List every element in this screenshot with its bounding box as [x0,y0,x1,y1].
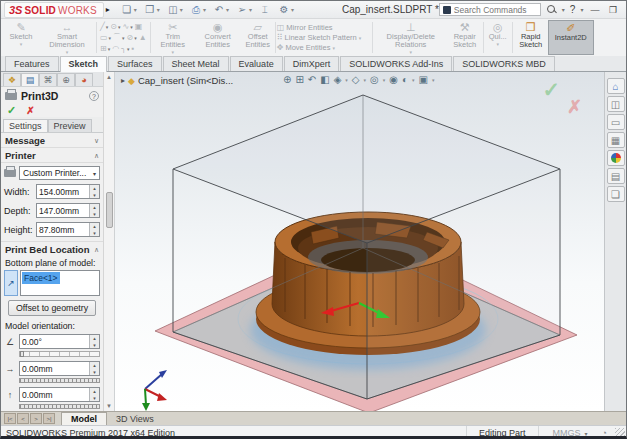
property-manager-tab[interactable]: ▤ [21,73,39,86]
edit-appearance-icon[interactable]: ◉ [389,74,398,85]
options-button[interactable]: ⚙▾ [278,4,294,15]
dropdown-icon[interactable]: ▾ [383,77,386,83]
chevron-up-icon[interactable]: ∧ [94,152,99,160]
open-document-button[interactable]: ❐▾ [144,4,160,15]
confirmation-corner-ok[interactable]: ✓ [542,78,560,102]
dropdown-icon[interactable]: ▾ [432,77,435,83]
select-button[interactable]: ➢▾ [236,4,252,15]
dropdown-icon[interactable]: ▾ [496,41,499,47]
cancel-button[interactable]: ✗ [26,105,34,116]
slot-tool-button[interactable]: ⊞▾ [100,44,110,53]
forum-icon[interactable]: ❏ [607,186,625,202]
tab-surfaces[interactable]: Surfaces [108,56,162,71]
dropdown-icon[interactable]: ▾ [585,430,588,437]
dropdown-icon[interactable]: ▾ [180,6,183,13]
tab-features[interactable]: Features [5,56,59,71]
view-settings-icon[interactable]: ▣ [419,74,428,85]
depth-spinner[interactable]: ▴▾ [89,204,99,217]
dropdown-icon[interactable]: ▾ [171,49,174,55]
preview-tab[interactable]: Preview [48,119,92,132]
tab-dimxpert[interactable]: DimXpert [284,56,340,71]
search-icon[interactable] [546,4,557,15]
graphics-area[interactable]: ▸ ◆ Cap_insert (Sim<Dis... ⊕ ⊞ ↶ ◧ ◈▾ ◇▾… [115,72,604,411]
sketch-entity-button[interactable]: ⌶ [259,4,271,16]
help-dropdown-icon[interactable]: ▾ [580,6,583,13]
3d-views-tab[interactable]: 3D Views [107,413,163,425]
dropdown-icon[interactable]: ▾ [66,49,69,55]
point-tool-button[interactable]: ▪ [132,44,135,53]
quick-snaps-button[interactable]: ◎ Qui... ▾ [485,20,511,55]
zoom-to-area-icon[interactable]: ⊞ [295,74,303,85]
dropdown-icon[interactable]: ▾ [249,6,252,13]
scrollbar-thumb[interactable] [106,192,113,228]
selected-face-item[interactable]: Face<1> [22,272,60,284]
plane-tool-button[interactable]: ▣ [135,22,143,31]
tab-solidworks-mbd[interactable]: SOLIDWORKS MBD [453,56,555,71]
undo-button[interactable]: ↶▾ [213,4,229,15]
dropdown-icon[interactable]: ▾ [203,6,206,13]
dimxpert-manager-tab[interactable]: ⊕ [57,73,75,86]
y-offset-ruler[interactable] [19,404,100,409]
repair-sketch-button[interactable]: ⚒ Repair Sketch [448,20,482,55]
ok-button[interactable]: ✓ [7,104,16,117]
x-offset-field[interactable]: 0.00mm ▴▾ [19,361,100,376]
dropdown-icon[interactable]: ▾ [157,6,160,13]
dropdown-icon[interactable]: ▾ [332,45,335,51]
save-button[interactable]: ◫▾ [167,4,183,15]
offset-entities-button[interactable]: ▱ Offset Entities [242,20,274,55]
first-tab-button[interactable]: |< [4,413,16,424]
printer-select[interactable]: Custom Printer... ▾ [19,166,100,180]
dropdown-icon[interactable]: ▾ [226,6,229,13]
polygon-tool-button[interactable]: ▲ [139,33,147,42]
trim-entities-button[interactable]: ✂ Trim Entities ▾ [152,20,194,55]
dropdown-icon[interactable]: ▾ [134,6,137,13]
model-tab[interactable]: Model [61,412,107,425]
previous-view-icon[interactable]: ↶ [308,74,316,85]
tab-sheet-metal[interactable]: Sheet Metal [163,56,229,71]
new-document-button[interactable]: ❏▾ [121,4,137,15]
section-view-icon[interactable]: ◧ [320,74,329,85]
feature-manager-tab[interactable]: ❖ [3,73,21,86]
connection-status-icon[interactable]: ◔ [594,428,615,438]
panel-scrollbar[interactable]: ▲ ▼ [104,72,115,411]
panel-help-button[interactable]: ? [89,91,99,101]
print-button[interactable]: ⎙▾ [190,4,206,16]
x-offset-spinner[interactable]: ▴▾ [89,362,99,375]
convert-entities-button[interactable]: ◉ Convert Entities [194,20,242,55]
display-delete-relations-button[interactable]: ⊥ Display/Delete Relations ▾ [374,20,448,55]
zoom-to-fit-icon[interactable]: ⊕ [283,74,291,85]
menu-flyout-arrow[interactable]: ▸ [106,5,110,14]
linear-sketch-pattern-button[interactable]: ⠿ Linear Sketch Pattern ▾ [277,33,371,42]
dropdown-icon[interactable]: ▾ [345,77,348,83]
next-tab-button[interactable]: > [30,413,42,424]
dropdown-icon[interactable]: ▾ [291,6,294,13]
search-commands-box[interactable] [439,3,541,16]
tab-solidworks-add-ins[interactable]: SOLIDWORKS Add-Ins [340,56,452,71]
resize-grip[interactable] [615,428,625,438]
chevron-down-icon[interactable]: ∨ [94,137,99,145]
height-field[interactable]: 87.80mm ▴▾ [36,222,100,237]
message-section-header[interactable]: Message ∨ [1,133,103,148]
confirmation-corner-cancel[interactable]: ✗ [567,96,582,118]
file-explorer-icon[interactable]: ▭ [607,114,625,130]
scroll-down-icon[interactable]: ▼ [106,401,112,411]
configuration-manager-tab[interactable]: ⌘ [39,73,57,86]
feature-tree-flyout[interactable]: ▸ ◆ Cap_insert (Sim<Dis... [121,75,233,86]
apply-scene-icon[interactable]: ◐ [402,74,408,85]
spline-tool-button[interactable]: ∿▾ [123,22,133,31]
ellipse-tool-button[interactable]: ⊘▾ [127,33,137,42]
rapid-sketch-button[interactable]: ❒ Rapid Sketch [514,20,548,55]
rectangle-tool-button[interactable]: ▭▾ [100,33,111,42]
arc3pt-tool-button[interactable]: ◠ [112,44,119,53]
search-input[interactable] [454,5,537,15]
face-selection-list[interactable]: Face<1> [20,270,100,296]
dropdown-icon[interactable]: ▾ [409,49,412,55]
design-library-icon[interactable]: ◫ [607,96,625,112]
hide-show-items-icon[interactable]: ◎ [370,74,379,85]
view-palette-icon[interactable]: ▦ [607,132,625,148]
dropdown-icon[interactable]: ▾ [412,77,415,83]
dropdown-icon[interactable]: ▾ [20,41,23,47]
rotation-angle-field[interactable]: 0.00° ▴▾ [19,334,100,349]
search-dropdown-icon[interactable]: ▾ [562,6,565,13]
depth-field[interactable]: 147.00mm ▴▾ [36,203,100,218]
